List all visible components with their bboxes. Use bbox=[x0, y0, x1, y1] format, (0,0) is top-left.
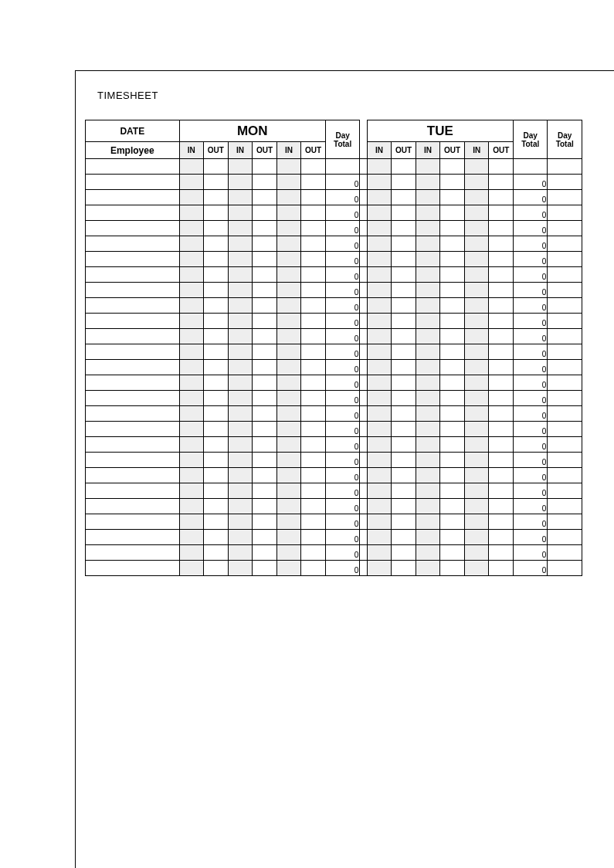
tue-day-total: 0 bbox=[514, 190, 548, 205]
gap-cell bbox=[360, 375, 367, 391]
mon-in-3 bbox=[276, 267, 301, 283]
header-tue-out-2: OUT bbox=[440, 142, 465, 159]
mon-in-1 bbox=[179, 236, 204, 252]
mon-in-1 bbox=[179, 360, 204, 375]
mon-out-1 bbox=[204, 283, 229, 298]
mon-in-2 bbox=[228, 453, 253, 468]
mon-in-3 bbox=[276, 298, 301, 314]
tue-in-1 bbox=[367, 561, 392, 576]
mon-day-total: 0 bbox=[325, 468, 359, 483]
extra-day-total bbox=[548, 375, 582, 391]
subheader-mon-out-2 bbox=[253, 159, 277, 175]
tue-in-1 bbox=[367, 175, 392, 190]
tue-in-1 bbox=[367, 298, 392, 314]
table-row: 00 bbox=[86, 298, 582, 314]
mon-out-1 bbox=[204, 298, 229, 314]
mon-in-3 bbox=[276, 406, 301, 422]
tue-out-1 bbox=[392, 221, 416, 236]
tue-out-1 bbox=[392, 283, 416, 298]
mon-out-3 bbox=[301, 468, 326, 483]
tue-day-total: 0 bbox=[514, 499, 548, 514]
tue-out-3 bbox=[489, 298, 514, 314]
mon-out-1 bbox=[204, 514, 229, 530]
tue-in-1 bbox=[367, 252, 392, 267]
gap-cell bbox=[360, 205, 367, 221]
mon-in-3 bbox=[276, 221, 301, 236]
header-tue-in-1: IN bbox=[367, 142, 392, 159]
mon-out-2 bbox=[253, 283, 277, 298]
tue-out-1 bbox=[392, 545, 416, 561]
tue-day-total: 0 bbox=[514, 175, 548, 190]
mon-out-3 bbox=[301, 205, 326, 221]
mon-in-2 bbox=[228, 375, 253, 391]
tue-out-1 bbox=[392, 314, 416, 329]
mon-out-1 bbox=[204, 437, 229, 453]
tue-in-2 bbox=[416, 175, 440, 190]
mon-in-3 bbox=[276, 545, 301, 561]
extra-day-total bbox=[548, 283, 582, 298]
mon-out-2 bbox=[253, 329, 277, 344]
tue-out-2 bbox=[440, 561, 465, 576]
employee-cell bbox=[86, 375, 180, 391]
mon-in-1 bbox=[179, 453, 204, 468]
tue-out-2 bbox=[440, 437, 465, 453]
tue-out-1 bbox=[392, 236, 416, 252]
tue-out-1 bbox=[392, 267, 416, 283]
tue-out-2 bbox=[440, 499, 465, 514]
tue-out-3 bbox=[489, 499, 514, 514]
tue-out-2 bbox=[440, 314, 465, 329]
tue-in-3 bbox=[464, 314, 489, 329]
mon-in-2 bbox=[228, 283, 253, 298]
tue-out-3 bbox=[489, 483, 514, 499]
mon-in-2 bbox=[228, 205, 253, 221]
extra-day-total bbox=[548, 391, 582, 406]
subheader-mon-out-1 bbox=[204, 159, 229, 175]
employee-cell bbox=[86, 267, 180, 283]
mon-day-total: 0 bbox=[325, 514, 359, 530]
mon-out-1 bbox=[204, 375, 229, 391]
table-row: 00 bbox=[86, 561, 582, 576]
page: TIMESHEET DATE MON DayTotal TUE DayTotal… bbox=[0, 0, 614, 868]
mon-out-2 bbox=[253, 406, 277, 422]
tue-out-2 bbox=[440, 514, 465, 530]
tue-in-1 bbox=[367, 514, 392, 530]
tue-day-total: 0 bbox=[514, 267, 548, 283]
mon-day-total: 0 bbox=[325, 205, 359, 221]
table-row: 00 bbox=[86, 252, 582, 267]
tue-day-total: 0 bbox=[514, 483, 548, 499]
tue-out-2 bbox=[440, 236, 465, 252]
tue-out-2 bbox=[440, 298, 465, 314]
header-row-1: DATE MON DayTotal TUE DayTotal DayTotal bbox=[86, 120, 582, 142]
tue-day-total: 0 bbox=[514, 252, 548, 267]
mon-in-1 bbox=[179, 561, 204, 576]
tue-in-3 bbox=[464, 298, 489, 314]
mon-out-1 bbox=[204, 530, 229, 545]
mon-out-3 bbox=[301, 175, 326, 190]
tue-in-1 bbox=[367, 267, 392, 283]
extra-day-total bbox=[548, 499, 582, 514]
mon-day-total: 0 bbox=[325, 344, 359, 360]
tue-in-1 bbox=[367, 190, 392, 205]
mon-in-3 bbox=[276, 530, 301, 545]
mon-in-3 bbox=[276, 252, 301, 267]
header-gap bbox=[360, 120, 367, 159]
tue-out-2 bbox=[440, 422, 465, 437]
tue-out-2 bbox=[440, 483, 465, 499]
employee-cell bbox=[86, 221, 180, 236]
tue-in-1 bbox=[367, 545, 392, 561]
gap-cell bbox=[360, 221, 367, 236]
tue-out-2 bbox=[440, 391, 465, 406]
tue-out-3 bbox=[489, 344, 514, 360]
tue-in-1 bbox=[367, 391, 392, 406]
subheader-mon-in-3 bbox=[276, 159, 301, 175]
tue-out-1 bbox=[392, 175, 416, 190]
tue-day-total: 0 bbox=[514, 298, 548, 314]
extra-day-total bbox=[548, 422, 582, 437]
tue-in-2 bbox=[416, 267, 440, 283]
mon-day-total: 0 bbox=[325, 422, 359, 437]
tue-in-2 bbox=[416, 190, 440, 205]
mon-out-1 bbox=[204, 468, 229, 483]
tue-out-1 bbox=[392, 530, 416, 545]
mon-out-2 bbox=[253, 205, 277, 221]
mon-in-2 bbox=[228, 406, 253, 422]
